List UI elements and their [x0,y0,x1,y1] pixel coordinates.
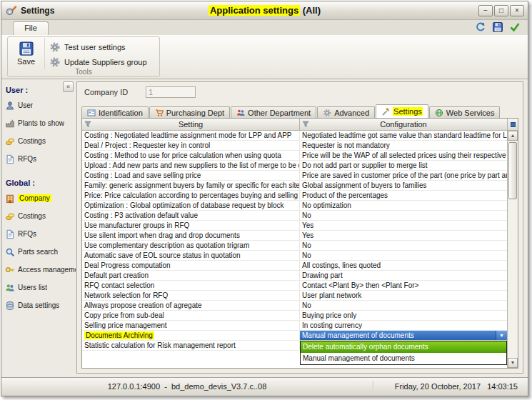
setting-cell: Deal Progress computation [82,261,300,270]
table-row[interactable]: Selling price managementIn costing curre… [82,321,507,331]
key-icon [5,265,15,275]
table-row[interactable]: Upload : Add new parts and new suppliers… [82,161,507,171]
sidebar-item-company[interactable]: Company [1,189,76,207]
setting-cell: Use silent import when drag and drop doc… [82,231,300,240]
sidebar-item-access-management[interactable]: Access management [1,261,76,279]
setting-cell: Use manufacturer groups in RFQ [82,221,300,230]
scroll-down-button[interactable]: ▼ [508,358,518,368]
scrollbar-thumb[interactable] [508,142,517,199]
factory-icon [5,119,15,129]
sidebar-item-users-list[interactable]: Users list [1,279,76,296]
config-cell: Requester is not mandatory [300,141,507,150]
sidebar-collapse-button[interactable]: « [63,81,74,92]
sidebar-item-rfqs[interactable]: RFQs [1,225,76,243]
table-row[interactable]: Use complementary description as quotati… [82,241,507,251]
config-cell: In costing currency [300,321,507,330]
sidebar-item-plants-to-show[interactable]: Plants to show [1,114,76,132]
restore-button[interactable]: □ [494,5,508,16]
setting-cell: Costing : Load and save selling price [82,171,300,180]
setting-cell: Default part creation [82,271,300,280]
sidebar-item-user[interactable]: User [1,96,76,114]
sidebar-item-costings[interactable]: Costings [1,132,76,150]
close-button[interactable]: × [510,5,524,16]
table-row[interactable]: Network selection for RFQUser plant netw… [82,291,507,301]
table-row[interactable]: Documents ArchivingManual management of … [82,331,507,341]
tab-purchasing-dept[interactable]: Purchasing Dept [149,106,230,118]
apply-check-icon[interactable] [509,21,521,33]
config-cell: Yes [300,231,507,240]
setting-cell: Documents Archiving [82,331,300,340]
config-combobox[interactable]: Manual management of documents▼ [300,331,507,340]
database-icon [5,301,15,311]
table-row[interactable]: Deal / Project : Requester key in contro… [82,141,507,151]
table-row[interactable]: RFQ contact selectionContact <Plant By> … [82,281,507,291]
tab-settings[interactable]: Settings [376,104,428,118]
setting-cell: Price: Price calculation according to pe… [82,191,300,200]
config-cell: No [300,211,507,220]
quick-access-toolbar [475,21,521,33]
statusbar: 127.0.0.1:4900 - bd_demo_devis_V3.7.c..0… [1,377,528,396]
update-suppliers-group-button[interactable]: Update Suppliers group [49,56,147,68]
dropdown-popup: Delete automatically orphan documentsMan… [300,341,507,365]
refresh-icon[interactable] [475,21,486,33]
column-header-configuration[interactable]: Configuration [300,119,507,131]
table-row[interactable]: Costing : Load and save selling pricePri… [82,171,507,181]
sidebar-global-items: CompanyCostingsRFQsParts searchAccess ma… [1,189,76,314]
sidebar-item-rfqs[interactable]: RFQs [1,150,76,168]
minimize-button[interactable]: − [478,5,493,16]
building-icon [5,194,15,204]
dropdown-option[interactable]: Manual management of documents [301,353,506,364]
tab-label: Settings [393,107,423,116]
table-row[interactable]: Costing : Method to use for price calcul… [82,151,507,161]
table-row[interactable]: Default part creationDrawing part [82,271,507,281]
test-user-settings-button[interactable]: Test user settings [49,41,147,53]
sidebar-item-data-settings[interactable]: Data settings [1,296,76,314]
combo-dropdown-button[interactable]: ▼ [496,331,507,340]
table-row[interactable]: Allways propose creation of agregateNo [82,301,507,311]
user-icon [5,101,15,111]
tab-web-services[interactable]: Web Services [429,106,501,118]
table-row[interactable]: Optimization : Global optimization of da… [82,201,507,211]
save-icon[interactable] [492,21,503,33]
table-row[interactable]: Price: Price calculation according to pe… [82,191,507,201]
column-header-setting[interactable]: Setting [82,119,300,131]
department-icon [236,109,245,117]
table-row[interactable]: Family: generic assignment buyers by fam… [82,181,507,191]
config-cell: Buying price only [300,311,507,320]
table-row[interactable]: Use manufacturer groups in RFQYes [82,221,507,231]
table-row[interactable]: Deal Progress computationAll costings, l… [82,261,507,271]
window-controls: − □ × [478,5,524,16]
column-header-label: Configuration [380,120,426,129]
vertical-scrollbar[interactable]: ▲ ▼ [507,119,518,368]
grid-corner-icon [511,122,516,127]
scroll-up-button[interactable]: ▲ [508,131,518,141]
config-cell: No [300,301,507,310]
file-tab[interactable]: File [13,21,49,35]
table-row[interactable]: Automatic save of EOL source status in q… [82,251,507,261]
sidebar-item-costings[interactable]: Costings [1,207,76,225]
setting-cell: Copy price from sub-deal [82,311,300,320]
tab-label: Identification [99,109,143,117]
config-cell: Price are saved in customer price of the… [300,171,507,180]
tab-other-department[interactable]: Other Department [231,106,316,118]
table-row[interactable]: Costing : Negotiated leadtime assignment… [82,131,507,141]
table-row[interactable]: Use silent import when drag and drop doc… [82,231,507,241]
sidebar-item-label: Parts search [18,248,58,256]
sidebar-item-label: Company [18,194,51,202]
search-icon [5,247,15,257]
tab-advanced[interactable]: Advanced [317,106,375,118]
table-row[interactable]: Copy price from sub-dealBuying price onl… [82,311,507,321]
table-row[interactable]: Costing : P3 activation default valueNo [82,211,507,221]
save-button[interactable]: Save [8,38,45,69]
config-cell: User plant network [300,291,507,300]
tab-identification[interactable]: Identification [81,106,149,118]
setting-cell: Allways propose creation of agregate [82,301,300,310]
grid-corner-button[interactable] [508,119,518,131]
config-cell: Negotiated leadtime got same value than … [300,131,507,140]
config-cell: No [300,251,507,260]
setting-cell: Family: generic assignment buyers by fam… [82,181,300,190]
setting-cell: Automatic save of EOL source status in q… [82,251,300,260]
dropdown-option[interactable]: Delete automatically orphan documents [301,341,506,353]
sidebar-item-parts-search[interactable]: Parts search [1,243,76,261]
company-id-input[interactable] [146,86,196,98]
